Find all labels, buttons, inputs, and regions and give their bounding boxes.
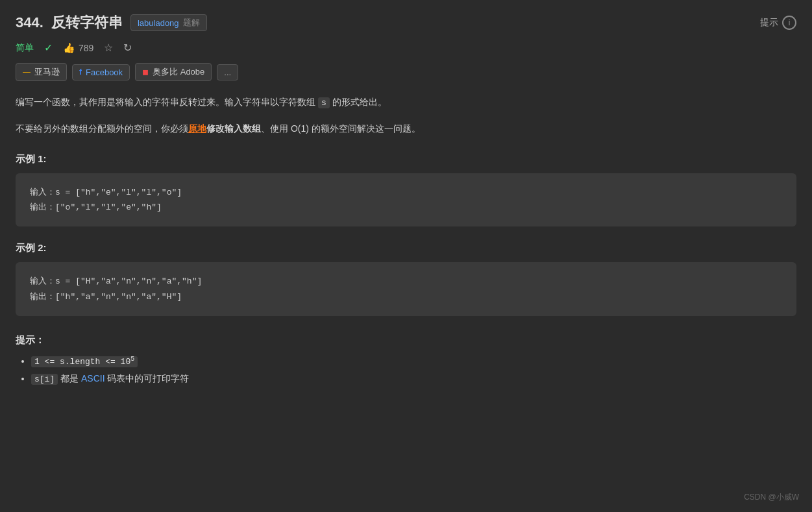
hints-title: 提示：	[16, 334, 796, 347]
check-icon: ✓	[44, 42, 53, 54]
difficulty-label: 简单	[16, 42, 34, 54]
tag-amazon[interactable]: — 亚马逊	[16, 63, 67, 81]
labuladong-badge[interactable]: labuladong 题解	[130, 14, 207, 31]
tag-adobe[interactable]: ◼ 奥多比 Adobe	[135, 63, 212, 81]
footer-credit: CSDN @小威W	[744, 492, 799, 503]
like-button[interactable]: 👍 789	[63, 42, 93, 54]
ascii-link[interactable]: ASCII	[81, 373, 105, 384]
problem-title: 344. 反转字符串	[16, 13, 123, 32]
inline-code-s: s	[318, 97, 330, 108]
example1-output-label: 输出：	[30, 202, 55, 212]
example1-block: 输入：s = ["h","e","l","l","o"] 输出：["o","l"…	[16, 173, 796, 227]
description-line2: 不要给另外的数组分配额外的空间，你必须原地修改输入数组、使用 O(1) 的额外空…	[16, 121, 796, 137]
tags-row: — 亚马逊 f Facebook ◼ 奥多比 Adobe ...	[16, 63, 796, 81]
amazon-icon: —	[23, 67, 31, 77]
hints-list: 1 <= s.length <= 105 s[i] 都是 ASCII 码表中的可…	[16, 356, 796, 385]
example2-title: 示例 2:	[16, 242, 796, 254]
hint-item-2: s[i] 都是 ASCII 码表中的可打印字符	[31, 373, 796, 385]
thumb-up-icon: 👍	[63, 42, 75, 54]
hint-button[interactable]: 提示 i	[760, 16, 796, 30]
example2-input-label: 输入：	[30, 276, 55, 286]
example1-title: 示例 1:	[16, 153, 796, 165]
tag-facebook[interactable]: f Facebook	[72, 64, 130, 80]
star-icon[interactable]: ☆	[104, 42, 113, 54]
example2-output-label: 输出：	[30, 292, 55, 302]
tag-more[interactable]: ...	[217, 64, 238, 80]
facebook-icon: f	[79, 67, 82, 77]
refresh-icon[interactable]: ↻	[123, 42, 132, 54]
example1-input-label: 输入：	[30, 188, 55, 197]
hint-circle-icon: i	[782, 16, 796, 30]
hint-item-1: 1 <= s.length <= 105	[31, 356, 796, 367]
description-line1: 编写一个函数，其作用是将输入的字符串反转过来。输入字符串以字符数组 s 的形式给…	[16, 94, 796, 110]
meta-row: 简单 ✓ 👍 789 ☆ ↻	[16, 42, 796, 54]
example2-block: 输入：s = ["H","a","n","n","a","h"] 输出：["h"…	[16, 262, 796, 316]
adobe-icon: ◼	[142, 67, 149, 77]
highlight-yuandi: 原地	[188, 123, 206, 134]
